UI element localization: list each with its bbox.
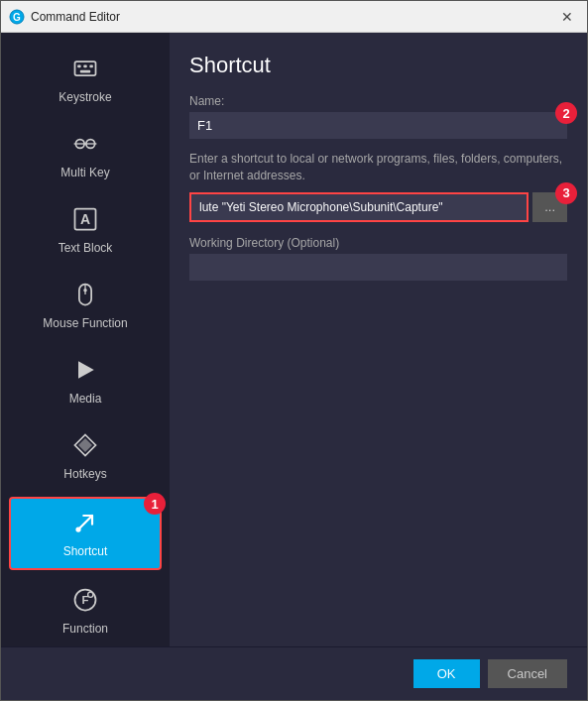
badge-one: 1 — [144, 493, 166, 515]
sidebar-label-media: Media — [69, 392, 102, 406]
sidebar-item-hotkeys[interactable]: Hotkeys — [9, 421, 162, 491]
title-bar-left: G Command Editor — [9, 9, 120, 25]
window-title: Command Editor — [31, 10, 120, 24]
svg-rect-6 — [80, 70, 91, 73]
multikey-icon — [71, 130, 99, 162]
panel-title: Shortcut — [189, 53, 567, 78]
badge-three: 3 — [555, 182, 577, 204]
window: G Command Editor ✕ K — [0, 0, 588, 701]
mouse-icon — [71, 281, 99, 312]
sidebar-item-keystroke[interactable]: Keystroke — [9, 45, 162, 114]
right-panel: Shortcut Name: 2 Enter a shortcut to loc… — [170, 33, 587, 646]
svg-point-16 — [75, 526, 80, 531]
shortcut-icon — [71, 509, 99, 540]
sidebar-item-shortcut[interactable]: Shortcut 1 — [9, 497, 162, 570]
name-input[interactable] — [189, 112, 567, 139]
svg-text:A: A — [80, 211, 90, 227]
sidebar-label-keystroke: Keystroke — [59, 90, 111, 104]
working-dir-input[interactable] — [189, 254, 567, 281]
svg-rect-5 — [89, 65, 93, 68]
sidebar-label-textblock: Text Block — [59, 241, 113, 255]
description-text: Enter a shortcut to local or network pro… — [189, 151, 567, 184]
sidebar-item-media[interactable]: Media — [9, 346, 162, 415]
app-icon: G — [9, 9, 25, 25]
ok-button[interactable]: OK — [413, 659, 480, 688]
sidebar-label-hotkeys: Hotkeys — [63, 467, 106, 481]
shortcut-input[interactable] — [189, 192, 529, 222]
sidebar-label-multikey: Multi Key — [60, 166, 109, 179]
svg-text:G: G — [13, 12, 21, 23]
svg-rect-3 — [77, 65, 81, 68]
bottom-bar: OK Cancel — [1, 646, 587, 700]
close-button[interactable]: ✕ — [555, 8, 579, 26]
svg-point-14 — [83, 289, 87, 292]
shortcut-row: ... 3 — [189, 192, 567, 222]
hotkeys-icon — [71, 431, 99, 463]
media-icon — [71, 356, 99, 388]
sidebar-label-shortcut: Shortcut — [63, 544, 108, 558]
title-bar: G Command Editor ✕ — [1, 1, 587, 33]
sidebar-item-mousefunction[interactable]: Mouse Function — [9, 271, 162, 340]
sidebar-label-function: Function — [62, 622, 108, 636]
sidebar-item-textblock[interactable]: A Text Block — [9, 195, 162, 265]
sidebar: Keystroke Multi Key A — [1, 33, 170, 646]
name-label: Name: — [189, 94, 567, 108]
keystroke-icon — [71, 55, 99, 86]
working-dir-label: Working Directory (Optional) — [189, 236, 567, 250]
sidebar-label-mousefunction: Mouse Function — [43, 316, 127, 330]
svg-rect-4 — [83, 65, 87, 68]
sidebar-item-multikey[interactable]: Multi Key — [9, 120, 162, 189]
svg-rect-2 — [75, 61, 96, 75]
svg-marker-15 — [78, 361, 94, 379]
function-icon: F — [71, 586, 99, 618]
textblock-icon: A — [71, 205, 99, 237]
sidebar-item-function[interactable]: F Function — [9, 576, 162, 645]
cancel-button[interactable]: Cancel — [488, 659, 567, 688]
main-content: Keystroke Multi Key A — [1, 33, 587, 646]
badge-two: 2 — [555, 102, 577, 124]
